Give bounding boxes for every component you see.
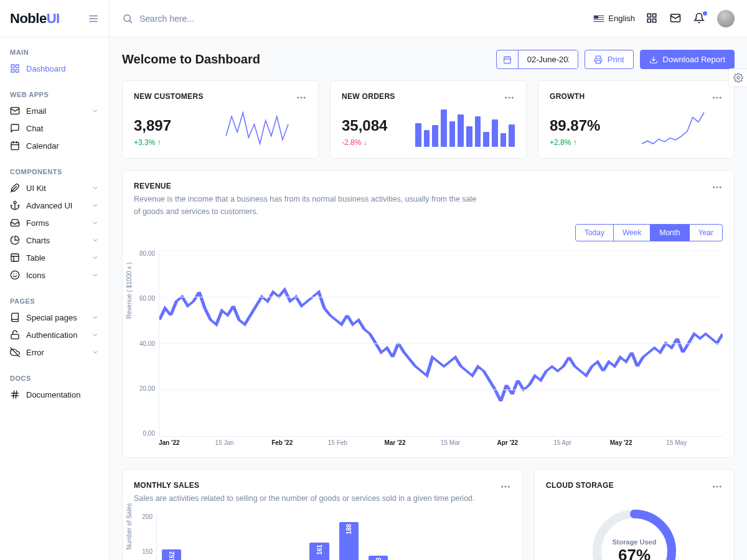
- storage-donut: Storage Used 67%: [588, 505, 681, 560]
- sidebar-item-label: Special pages: [26, 313, 77, 322]
- sidebar-item-label: Dashboard: [26, 64, 66, 73]
- svg-rect-4: [16, 65, 19, 68]
- svg-point-51: [720, 187, 721, 188]
- dashboard-icon: [10, 63, 20, 73]
- sidebar-item-label: Email: [26, 106, 47, 116]
- revenue-card: REVENUE Revenue is the income that a bus…: [122, 170, 735, 458]
- more-icon[interactable]: [504, 92, 515, 103]
- sidebar-item-label: Icons: [26, 271, 45, 280]
- search-icon: [122, 13, 133, 24]
- stat-delta: +3.3% ↑: [134, 138, 161, 147]
- print-button[interactable]: Print: [585, 50, 634, 69]
- svg-rect-31: [647, 19, 651, 22]
- avatar[interactable]: [717, 10, 735, 27]
- sales-bar: 161: [309, 543, 329, 560]
- svg-point-47: [716, 97, 718, 98]
- search-input[interactable]: [139, 14, 264, 24]
- svg-rect-5: [11, 69, 14, 72]
- calendar-icon: [497, 50, 519, 68]
- sidebar-item-special-pages[interactable]: Special pages: [0, 309, 109, 326]
- svg-rect-30: [653, 14, 656, 17]
- sidebar-item-documentation[interactable]: Documentation: [0, 386, 109, 403]
- sidebar-item-authentication[interactable]: Authentication: [0, 326, 109, 343]
- smile-icon: [10, 270, 20, 280]
- sidebar-item-forms[interactable]: Forms: [0, 214, 109, 231]
- settings-fab[interactable]: [728, 68, 747, 87]
- more-icon[interactable]: [712, 92, 723, 103]
- apps-icon[interactable]: [646, 12, 659, 25]
- tab-year[interactable]: Year: [690, 225, 722, 241]
- svg-line-28: [129, 21, 131, 22]
- tab-week[interactable]: Week: [614, 225, 651, 241]
- svg-point-18: [11, 271, 19, 279]
- sidebar-item-error[interactable]: Error: [0, 343, 109, 361]
- svg-rect-32: [653, 19, 656, 22]
- inbox-icon: [10, 218, 20, 228]
- search-box[interactable]: [122, 13, 264, 24]
- tab-month[interactable]: Month: [651, 225, 689, 241]
- nav-heading: WEB APPS: [0, 87, 109, 102]
- monthly-sales-card: MONTHLY SALES Sales are activities relat…: [122, 469, 523, 560]
- sidebar-item-label: Error: [26, 348, 44, 357]
- sidebar-item-calendar[interactable]: Calendar: [0, 137, 109, 154]
- sidebar-item-advanced-ui[interactable]: Advanced UI: [0, 197, 109, 214]
- stat-value: 89.87%: [550, 117, 600, 134]
- mail-icon[interactable]: [670, 12, 682, 25]
- sales-title: MONTHLY SALES: [134, 481, 475, 490]
- sidebar-item-icons[interactable]: Icons: [0, 266, 109, 284]
- more-icon[interactable]: [500, 481, 511, 492]
- sidebar: NobleUI MAINDashboardWEB APPSEmailChatCa…: [0, 0, 110, 560]
- mail-icon: [10, 106, 20, 116]
- sidebar-item-chat[interactable]: Chat: [0, 119, 109, 137]
- storage-percent: 67%: [618, 546, 651, 561]
- more-icon[interactable]: [712, 182, 723, 193]
- more-icon[interactable]: [296, 92, 307, 103]
- tab-today[interactable]: Today: [576, 225, 614, 241]
- storage-title: CLOUD STORAGE: [546, 481, 614, 490]
- svg-point-27: [124, 15, 131, 22]
- svg-point-52: [502, 486, 503, 487]
- sales-bar: 152: [162, 549, 181, 560]
- sales-plot: 15210993113126161188143102113112124: [156, 513, 511, 560]
- stat-delta: +2.8% ↑: [550, 138, 577, 147]
- chevron-down-icon: [92, 107, 99, 114]
- date-picker[interactable]: [496, 50, 578, 69]
- cloud-off-icon: [10, 347, 20, 357]
- printer-icon: [594, 55, 603, 64]
- language-selector[interactable]: English: [593, 14, 635, 23]
- chevron-down-icon: [92, 271, 99, 279]
- svg-rect-6: [16, 69, 19, 72]
- download-report-button[interactable]: Download Report: [640, 50, 735, 69]
- svg-rect-21: [11, 334, 19, 338]
- language-label: English: [608, 14, 635, 23]
- stat-sparkline: [207, 110, 307, 147]
- sidebar-item-label: Forms: [26, 218, 49, 228]
- chevron-down-icon: [92, 184, 99, 192]
- bell-icon[interactable]: [693, 12, 706, 25]
- date-input[interactable]: [519, 50, 578, 68]
- svg-point-49: [713, 187, 715, 188]
- chevron-down-icon: [92, 236, 99, 244]
- sidebar-item-dashboard[interactable]: Dashboard: [0, 60, 109, 77]
- revenue-plot: [159, 250, 723, 437]
- stat-title: NEW ORDERS: [342, 92, 395, 101]
- sidebar-toggle[interactable]: [88, 13, 99, 24]
- revenue-period-tabs: TodayWeekMonthYear: [575, 224, 723, 241]
- sidebar-item-ui-kit[interactable]: UI Kit: [0, 179, 109, 197]
- sidebar-item-label: Chat: [26, 124, 43, 133]
- svg-point-53: [505, 486, 506, 487]
- svg-point-45: [512, 97, 514, 98]
- sidebar-item-charts[interactable]: Charts: [0, 231, 109, 249]
- topbar: English: [110, 0, 747, 37]
- sidebar-item-table[interactable]: Table: [0, 249, 109, 266]
- cloud-storage-card: CLOUD STORAGE Storage Used 67%: [534, 469, 735, 560]
- stat-card-new-customers: NEW CUSTOMERS3,897+3.3% ↑: [122, 80, 319, 159]
- sidebar-item-email[interactable]: Email: [0, 102, 109, 119]
- svg-point-60: [737, 77, 740, 79]
- chevron-down-icon: [92, 331, 99, 338]
- sidebar-item-label: Documentation: [26, 390, 80, 399]
- chevron-down-icon: [92, 314, 99, 321]
- stat-card-new-orders: NEW ORDERS35,084-2.8% ↓: [330, 80, 527, 159]
- more-icon[interactable]: [712, 481, 723, 492]
- sales-desc: Sales are activities related to selling …: [134, 492, 475, 505]
